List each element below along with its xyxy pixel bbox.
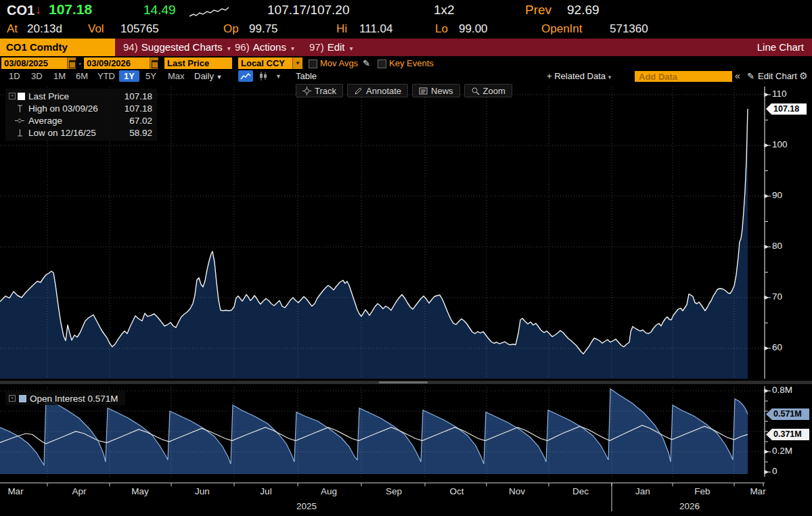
menu-edit[interactable]: 97)Edit▾: [309, 39, 353, 56]
ticker-symbol: CO1: [7, 3, 35, 18]
news-button[interactable]: News: [412, 84, 460, 97]
openint-label: OpenInt: [541, 22, 583, 36]
track-button[interactable]: Track: [296, 84, 343, 97]
y-axis-label-90: 90: [772, 190, 782, 200]
key-events-label[interactable]: Key Events: [389, 58, 434, 68]
mov-avgs-checkbox[interactable]: [309, 60, 317, 68]
calendar-icon[interactable]: [150, 57, 158, 69]
price-change: 14.49: [143, 3, 176, 18]
legend-row-average: Average67.02: [5, 114, 157, 126]
vol-value: 105765: [120, 22, 159, 36]
last-price-axis-tag: 107.18: [766, 103, 807, 115]
key-events-checkbox[interactable]: [378, 60, 386, 68]
tick-major: [765, 195, 771, 198]
period-6m[interactable]: 6M: [71, 70, 93, 82]
oi-axis-label-0.8M: 0.8M: [772, 385, 792, 395]
last-price: 107.18: [49, 1, 92, 18]
date-to-field[interactable]: 03/09/2026: [84, 57, 150, 69]
y-axis-label-70: 70: [772, 291, 782, 302]
y-axis-label-100: 100: [772, 139, 788, 149]
x-axis-month-oct: Oct: [449, 486, 464, 496]
frequency-select[interactable]: Daily ▼: [194, 71, 222, 81]
track-crosshair-icon: [302, 87, 311, 95]
period-1m[interactable]: 1M: [49, 70, 70, 82]
candle-chart-mode-button[interactable]: [256, 70, 271, 82]
low-label: Lo: [435, 22, 448, 36]
add-data-input[interactable]: [635, 71, 732, 82]
x-axis-month-sep: Sep: [386, 486, 402, 496]
legend-row-last-price: +Last Price107.18: [5, 90, 157, 102]
table-button[interactable]: Table: [296, 71, 317, 81]
intraday-sparkline: [188, 5, 230, 19]
x-axis-month-may: May: [131, 486, 149, 496]
expand-icon[interactable]: +: [9, 395, 16, 402]
x-axis-month-jan: Jan: [635, 486, 650, 496]
chart-settings-gear-icon[interactable]: ⚙: [799, 70, 808, 81]
currency-dropdown-icon[interactable]: ▼: [292, 57, 302, 69]
prev-value: 92.69: [567, 3, 600, 18]
x-axis-month-mar: Mar: [750, 486, 765, 496]
period-max[interactable]: Max: [163, 70, 189, 82]
tick-major: [765, 296, 771, 300]
average-marker-icon: [15, 116, 24, 125]
price-area-fill: [0, 109, 748, 379]
period-row: 1D3D1M6MYTD1Y5YMax Daily ▼ ▼ Table + Rel…: [0, 70, 812, 83]
line-chart-mode-button[interactable]: [238, 70, 253, 82]
mov-avgs-label[interactable]: Mov Avgs: [320, 58, 358, 68]
panel-divider-handle[interactable]: [379, 381, 428, 383]
edit-chart-pencil-icon[interactable]: ✎: [747, 71, 754, 81]
calendar-icon[interactable]: [67, 57, 76, 69]
expand-icon[interactable]: +: [9, 93, 16, 99]
price-type-field[interactable]: Last Price: [164, 57, 232, 69]
last-price-swatch: [18, 93, 25, 100]
main-chart-legend[interactable]: +Last Price107.18High on 03/09/26107.18A…: [5, 89, 157, 141]
tick-major: [765, 245, 771, 249]
collapse-panel-button[interactable]: «: [735, 70, 740, 81]
chart-options-row: 03/08/2025 - 03/09/2026 Last Price Local…: [0, 56, 812, 70]
x-axis-year-2025: 2025: [296, 501, 317, 511]
period-1d[interactable]: 1D: [4, 70, 25, 82]
period-1y[interactable]: 1Y: [119, 70, 139, 82]
security-field[interactable]: CO1 Comdty: [0, 39, 115, 56]
menu-suggested-charts[interactable]: 94)Suggested Charts▾: [123, 39, 231, 56]
high-label: Hi: [336, 22, 347, 36]
at-label: At: [7, 22, 18, 36]
legend-row-low-on-12-16-25: Low on 12/16/2558.92: [5, 126, 157, 139]
date-range-dash: -: [78, 58, 81, 68]
x-axis-month-jun: Jun: [195, 486, 210, 496]
period-5y[interactable]: 5Y: [141, 70, 161, 82]
x-axis-month-dec: Dec: [572, 486, 589, 496]
open-interest-axis-tag: 0.571M: [766, 408, 809, 420]
oi-axis-label-0.2M: 0.2M: [772, 446, 792, 456]
openint-value: 571360: [610, 22, 648, 36]
mov-avgs-pencil-icon[interactable]: ✎: [363, 58, 370, 68]
x-axis-month-feb: Feb: [694, 486, 710, 496]
tick-major: [765, 144, 771, 147]
x-axis-month-aug: Aug: [321, 486, 337, 496]
period-3d[interactable]: 3D: [26, 70, 47, 82]
x-axis-month-mar: Mar: [7, 486, 23, 496]
zoom-button[interactable]: Zoom: [464, 84, 512, 97]
x-axis-month-apr: Apr: [72, 486, 86, 496]
price-chart-canvas[interactable]: [0, 83, 812, 516]
open-interest-legend[interactable]: + Open Interest 0.571M: [5, 392, 125, 405]
annotate-button[interactable]: Annotate: [347, 84, 408, 97]
edit-chart-button[interactable]: Edit Chart: [758, 71, 797, 81]
tick-major: [765, 450, 771, 454]
chart-mode-dropdown-icon[interactable]: ▼: [275, 73, 281, 80]
high-marker-icon: [16, 104, 24, 113]
lot-size: 1x2: [434, 3, 455, 18]
related-data-button[interactable]: + Related Data ▾: [547, 71, 611, 81]
menu-actions[interactable]: 96)Actions▾: [235, 39, 294, 56]
white-line-axis-tag: 0.371M: [766, 429, 809, 440]
date-from-field[interactable]: 03/08/2025: [1, 57, 67, 69]
currency-select[interactable]: Local CCY: [238, 57, 292, 69]
x-axis-year-2026: 2026: [679, 501, 700, 511]
x-axis-month-nov: Nov: [509, 486, 525, 496]
tick-major: [765, 390, 771, 393]
chart-type-label: Line Chart: [757, 39, 804, 56]
period-ytd[interactable]: YTD: [93, 70, 120, 82]
annotate-pencil-icon: [354, 87, 363, 95]
open-interest-swatch: [19, 395, 26, 402]
vol-label: Vol: [88, 22, 104, 36]
